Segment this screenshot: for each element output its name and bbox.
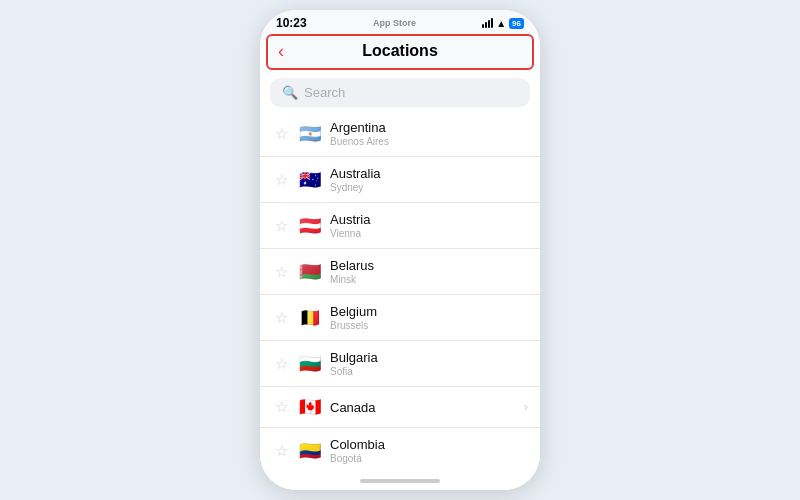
list-item[interactable]: ☆ 🇧🇪 Belgium Brussels xyxy=(260,295,540,341)
signal-icon xyxy=(482,18,493,28)
app-store-label: App Store xyxy=(373,18,416,28)
nav-bar: ‹ Locations xyxy=(266,34,534,70)
home-indicator xyxy=(360,479,440,483)
country-name: Colombia xyxy=(330,437,528,452)
bottom-bar xyxy=(260,472,540,490)
country-info: Bulgaria Sofia xyxy=(330,350,528,377)
country-info: Australia Sydney xyxy=(330,166,528,193)
country-info: Belarus Minsk xyxy=(330,258,528,285)
country-name: Argentina xyxy=(330,120,528,135)
favorite-icon[interactable]: ☆ xyxy=(272,217,290,235)
search-input[interactable]: Search xyxy=(304,85,345,100)
country-name: Belgium xyxy=(330,304,528,319)
search-icon: 🔍 xyxy=(282,85,298,100)
chevron-right-icon: › xyxy=(524,400,528,414)
country-name: Australia xyxy=(330,166,528,181)
city-name: Bogotá xyxy=(330,453,528,464)
phone-frame: 10:23 App Store ▲ 96 ‹ Locations 🔍 Searc… xyxy=(260,10,540,490)
list-item[interactable]: ☆ 🇨🇦 Canada › xyxy=(260,387,540,428)
favorite-icon[interactable]: ☆ xyxy=(272,398,290,416)
battery-badge: 96 xyxy=(509,18,524,29)
country-name: Canada xyxy=(330,400,516,415)
time-display: 10:23 xyxy=(276,16,307,30)
favorite-icon[interactable]: ☆ xyxy=(272,309,290,327)
flag-icon: 🇦🇺 xyxy=(298,169,322,191)
flag-icon: 🇧🇪 xyxy=(298,307,322,329)
city-name: Minsk xyxy=(330,274,528,285)
search-bar[interactable]: 🔍 Search xyxy=(270,78,530,107)
country-info: Canada xyxy=(330,400,516,415)
city-name: Buenos Aires xyxy=(330,136,528,147)
favorite-icon[interactable]: ☆ xyxy=(272,171,290,189)
status-bar: 10:23 App Store ▲ 96 xyxy=(260,10,540,34)
favorite-icon[interactable]: ☆ xyxy=(272,442,290,460)
favorite-icon[interactable]: ☆ xyxy=(272,355,290,373)
list-item[interactable]: ☆ 🇦🇹 Austria Vienna xyxy=(260,203,540,249)
city-name: Brussels xyxy=(330,320,528,331)
country-name: Austria xyxy=(330,212,528,227)
country-name: Bulgaria xyxy=(330,350,528,365)
flag-icon: 🇧🇾 xyxy=(298,261,322,283)
flag-icon: 🇧🇬 xyxy=(298,353,322,375)
favorite-icon[interactable]: ☆ xyxy=(272,125,290,143)
page-title: Locations xyxy=(362,42,438,60)
country-info: Belgium Brussels xyxy=(330,304,528,331)
city-name: Sydney xyxy=(330,182,528,193)
back-button[interactable]: ‹ xyxy=(278,41,284,62)
list-item[interactable]: ☆ 🇦🇺 Australia Sydney xyxy=(260,157,540,203)
flag-icon: 🇦🇹 xyxy=(298,215,322,237)
status-icons: ▲ 96 xyxy=(482,18,524,29)
list-item[interactable]: ☆ 🇧🇬 Bulgaria Sofia xyxy=(260,341,540,387)
flag-icon: 🇨🇴 xyxy=(298,440,322,462)
city-name: Vienna xyxy=(330,228,528,239)
favorite-icon[interactable]: ☆ xyxy=(272,263,290,281)
country-info: Austria Vienna xyxy=(330,212,528,239)
city-name: Sofia xyxy=(330,366,528,377)
country-name: Belarus xyxy=(330,258,528,273)
flag-icon: 🇨🇦 xyxy=(298,396,322,418)
list-item[interactable]: ☆ 🇧🇾 Belarus Minsk xyxy=(260,249,540,295)
country-info: Argentina Buenos Aires xyxy=(330,120,528,147)
locations-list: ☆ 🇦🇷 Argentina Buenos Aires ☆ 🇦🇺 Austral… xyxy=(260,111,540,472)
flag-icon: 🇦🇷 xyxy=(298,123,322,145)
list-item[interactable]: ☆ 🇨🇴 Colombia Bogotá xyxy=(260,428,540,472)
wifi-icon: ▲ xyxy=(496,18,506,29)
country-info: Colombia Bogotá xyxy=(330,437,528,464)
list-item[interactable]: ☆ 🇦🇷 Argentina Buenos Aires xyxy=(260,111,540,157)
